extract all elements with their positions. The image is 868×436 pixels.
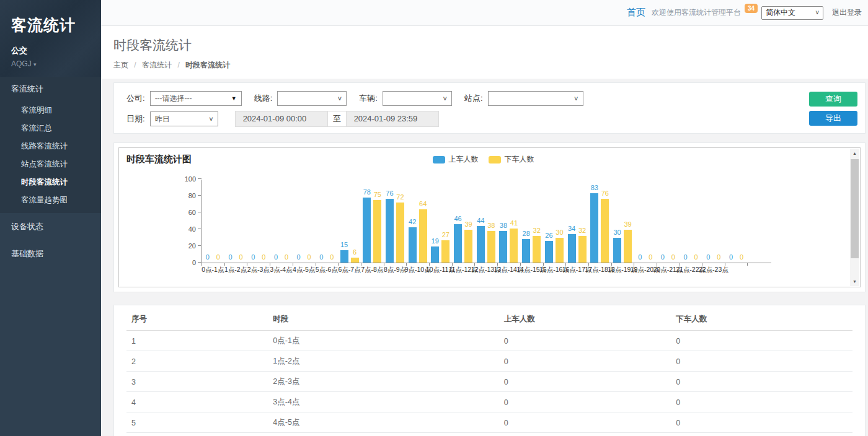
- vehicle-select[interactable]: ˅: [383, 91, 452, 106]
- bar-value-label: 64: [419, 201, 427, 207]
- caret-down-icon: ▾: [33, 61, 37, 68]
- bar-group: 00: [725, 180, 748, 263]
- bar-group: 283214点-15点: [520, 180, 543, 263]
- sidebar-subitem[interactable]: 客流明细: [0, 102, 101, 120]
- bar[interactable]: [464, 230, 472, 263]
- bar-group: 463911点-12点: [452, 180, 475, 263]
- scrollbar-thumb[interactable]: [851, 159, 859, 258]
- bar-value-label: 42: [409, 219, 416, 225]
- table-cell: 0: [671, 433, 852, 436]
- bar[interactable]: [624, 230, 632, 263]
- bar[interactable]: [613, 238, 621, 263]
- bar[interactable]: [601, 199, 609, 263]
- notification-badge[interactable]: 34: [745, 4, 758, 13]
- bar[interactable]: [409, 227, 417, 263]
- company-select[interactable]: ---请选择---▼: [150, 91, 242, 106]
- table-header-cell: 上车人数: [499, 308, 671, 331]
- legend-item-boarding[interactable]: 上车人数: [433, 154, 479, 165]
- chart-groups: 000点-1点001点-2点002点-3点003点-4点004点-5点005点-…: [202, 180, 748, 263]
- bar[interactable]: [386, 199, 394, 263]
- table-row: 10点-1点00: [126, 331, 852, 351]
- bar[interactable]: [431, 246, 439, 263]
- logout-link[interactable]: 退出登录: [832, 7, 862, 18]
- table-cell: 4: [126, 392, 268, 412]
- breadcrumb-home[interactable]: 主页: [113, 61, 128, 69]
- bar-group: 192710点-11点: [429, 180, 452, 263]
- y-axis-label: 0: [192, 259, 196, 266]
- chevron-down-icon: ˅: [443, 95, 446, 102]
- sidebar-subitem[interactable]: 线路客流统计: [0, 137, 101, 155]
- bar-value-label: 0: [262, 254, 265, 261]
- sidebar-subitem[interactable]: 站点客流统计: [0, 155, 101, 173]
- bar[interactable]: [533, 236, 541, 263]
- bar-value-label: 0: [216, 254, 220, 261]
- date-start-input[interactable]: 2024-01-09 00:00: [235, 111, 328, 127]
- bar-group: 76728点-9点: [384, 180, 407, 263]
- bar[interactable]: [351, 258, 359, 263]
- scroll-down-icon[interactable]: ▼: [850, 277, 859, 286]
- main-area: 首页 欢迎使用客流统计管理平台 34 简体中文˅ 退出登录 时段客流统计 主页 …: [101, 0, 868, 436]
- bar[interactable]: [363, 198, 371, 263]
- language-select[interactable]: 简体中文˅: [761, 6, 823, 20]
- scroll-up-icon[interactable]: ▲: [850, 149, 859, 158]
- query-button[interactable]: 查询: [809, 92, 857, 107]
- bar-value-label: 75: [374, 191, 381, 198]
- sidebar-subitem[interactable]: 时段客流统计: [0, 173, 101, 191]
- sidebar-subitem[interactable]: 客流汇总: [0, 120, 101, 137]
- bar[interactable]: [396, 203, 404, 263]
- breadcrumb-section[interactable]: 客流统计: [142, 61, 172, 69]
- table-cell: 0: [499, 433, 671, 436]
- date-preset-select[interactable]: 昨日˅: [150, 111, 218, 126]
- table-cell: 0: [499, 331, 671, 351]
- table-cell: 3: [126, 372, 268, 392]
- station-select[interactable]: ˅: [488, 91, 583, 106]
- bar[interactable]: [419, 209, 427, 263]
- export-button[interactable]: 导出: [809, 111, 857, 126]
- table-cell: 5点-6点: [268, 433, 498, 436]
- x-axis-label: 6点-7点: [338, 266, 360, 274]
- bar[interactable]: [578, 236, 587, 263]
- bar[interactable]: [454, 224, 462, 263]
- sidebar-item-device-status[interactable]: 设备状态: [0, 213, 101, 240]
- bar-group: 003点-4点: [270, 180, 293, 263]
- bar[interactable]: [373, 200, 381, 263]
- bar-value-label: 30: [613, 229, 621, 236]
- bar[interactable]: [510, 229, 518, 263]
- bar[interactable]: [568, 234, 576, 263]
- bar[interactable]: [487, 231, 495, 263]
- bar[interactable]: [441, 240, 450, 263]
- table-row: 21点-2点00: [126, 351, 852, 372]
- bar-group: 343216点-17点: [565, 180, 588, 263]
- bar-value-label: 39: [464, 221, 472, 228]
- bar[interactable]: [590, 193, 598, 263]
- legend-item-alighting[interactable]: 下车人数: [489, 154, 534, 165]
- bar[interactable]: [522, 239, 530, 263]
- x-axis-label: 3点-4点: [270, 266, 292, 274]
- chart-scrollbar[interactable]: ▲ ▼: [850, 149, 859, 286]
- table-row: 65点-6点00: [126, 433, 852, 436]
- y-axis-tick: [198, 262, 202, 263]
- sidebar-subitem[interactable]: 客流量趋势图: [0, 191, 101, 209]
- bar[interactable]: [340, 250, 348, 263]
- bar-value-label: 0: [228, 254, 232, 261]
- home-link[interactable]: 首页: [627, 7, 645, 19]
- user-dropdown[interactable]: AQGJ ▾: [11, 59, 101, 68]
- line-select[interactable]: ˅: [277, 91, 347, 106]
- bar[interactable]: [499, 231, 507, 263]
- content: 公司: ---请选择---▼ 线路: ˅ 车辆: ˅ 站点: ˅ 日期:: [101, 79, 868, 436]
- bar[interactable]: [477, 226, 485, 263]
- bar-group: 0019点-20点: [634, 180, 657, 263]
- bar-value-label: 0: [308, 254, 311, 261]
- welcome-text: 欢迎使用客流统计管理平台: [652, 7, 741, 18]
- page-title: 时段客流统计: [113, 37, 868, 54]
- sidebar-item-base-data[interactable]: 基础数据: [0, 240, 101, 268]
- bar-value-label: 41: [510, 220, 518, 227]
- chart-panel: 时段车流统计图 上车人数 下车人数 000点-1点001点-2点002点-3点0…: [113, 142, 866, 292]
- y-axis-label: 80: [188, 192, 196, 199]
- bar[interactable]: [545, 241, 553, 263]
- date-end-input[interactable]: 2024-01-09 23:59: [346, 111, 439, 127]
- bar[interactable]: [556, 238, 564, 263]
- table-header-cell: 序号: [126, 308, 268, 331]
- sidebar-item-passenger-stats[interactable]: 客流统计: [0, 77, 101, 102]
- bar-value-label: 0: [661, 254, 665, 261]
